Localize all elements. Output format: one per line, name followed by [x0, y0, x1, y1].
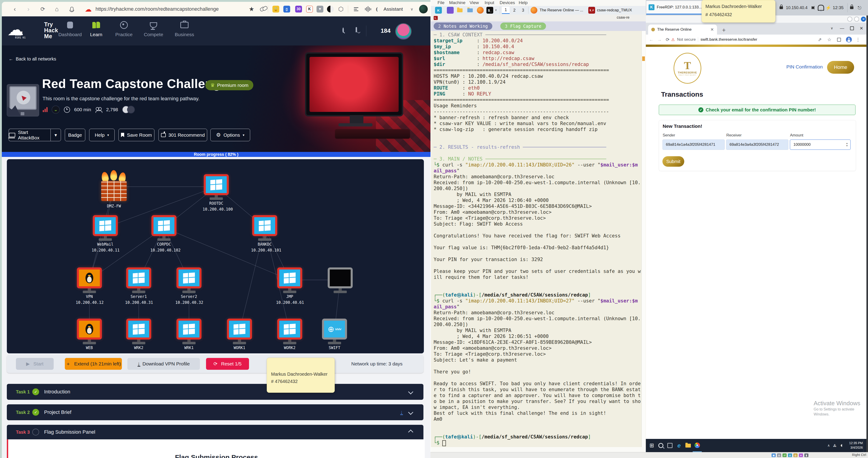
vm-menu-machine[interactable]: Machine	[449, 0, 465, 5]
extend-button[interactable]: ＋ Extend (1h 21min left)	[65, 358, 122, 370]
search-icon[interactable]	[342, 28, 344, 32]
ext-shield-icon[interactable]: ▼	[316, 2, 324, 17]
badge-button[interactable]: Badge	[65, 129, 85, 141]
vm-menu-view[interactable]: View	[470, 0, 479, 5]
bookmark-star-icon[interactable]: ★	[247, 2, 256, 17]
workspace-3[interactable]: 3	[519, 7, 527, 14]
volume-icon[interactable]	[810, 0, 816, 16]
notification-bell-icon[interactable]	[818, 0, 824, 16]
assistant-icon[interactable]: ⦅	[373, 2, 380, 17]
task-1-row[interactable]: Task 1 ✓ Introduction	[7, 384, 424, 400]
windows-start-icon[interactable]: ⊞	[647, 439, 656, 452]
folder-icon-1[interactable]	[456, 7, 463, 13]
receiver-field[interactable]: 69a814e3a4a3f205f4281472	[726, 140, 788, 150]
firefox-task-label[interactable]: The Reserve Online — ...	[539, 6, 583, 14]
freerdp-taskbar-button[interactable]: KFreeRDP: 127.0.0.1:133...	[646, 1, 702, 14]
nav-business[interactable]: Business	[172, 21, 197, 37]
sticky-note-panel[interactable]: Markus Dachroeden-Walker # 476462432	[702, 0, 775, 23]
terminal-scrollbar[interactable]	[642, 31, 646, 447]
window-close-icon[interactable]: ✕	[861, 17, 866, 22]
terminal-body[interactable]: ─ 1. CSAW CONTEXT ──────────────────────…	[431, 31, 646, 447]
start-attackbox-button[interactable]: Start AttackBox	[9, 129, 51, 141]
terminal-launcher-icon[interactable]: $_	[487, 7, 493, 13]
vm-menu-file[interactable]: File	[437, 0, 444, 5]
help-button[interactable]: Help▾	[89, 129, 115, 141]
profile-avatar-icon[interactable]	[844, 35, 853, 44]
assistant-chevron-icon[interactable]: ∨	[408, 2, 415, 17]
submit-button[interactable]: Submit	[662, 156, 684, 167]
microphone-icon[interactable]	[67, 2, 76, 17]
chrome-close-icon[interactable]: ✕	[857, 25, 866, 32]
reload-icon[interactable]: ⟳	[38, 2, 47, 17]
chrome-tab[interactable]: The Reserve Online ✕	[648, 25, 717, 35]
chrome-forward-icon[interactable]: →	[656, 35, 663, 44]
app-icon-1[interactable]	[447, 7, 454, 13]
voice-wave-icon[interactable]	[363, 2, 373, 17]
ext-k-icon[interactable]: K	[305, 2, 314, 17]
chrome-menu-icon[interactable]: ⋮	[855, 35, 861, 44]
nav-practice[interactable]: Practice	[112, 21, 136, 37]
folder-icon-2[interactable]	[467, 7, 473, 13]
chrome-url-text[interactable]: swift.bank.thereserve.loc/transfer	[701, 37, 757, 42]
task-2-row[interactable]: Task 2 ✓ Project Brief ↓	[7, 404, 424, 420]
terminal-titlebar[interactable]: $_ csaw-re	[431, 14, 646, 22]
amount-stepper[interactable]: ▲▼	[846, 142, 848, 147]
back-icon[interactable]: ‹	[11, 2, 19, 17]
tmux-task-label[interactable]: csaw-redcap_TMUX	[597, 6, 632, 14]
nav-dashboard[interactable]: Dashboard	[56, 21, 84, 37]
back-to-networks-link[interactable]: ← Back to all networks	[9, 56, 56, 62]
power-icon[interactable]: ⚡	[826, 0, 832, 16]
browser-avatar[interactable]	[418, 2, 428, 17]
vm-menu-input[interactable]: Input	[485, 0, 494, 5]
task-3-chevron-icon[interactable]	[408, 430, 413, 435]
tmux-window-notes[interactable]: 2Notes and Working	[434, 23, 492, 30]
chrome-back-icon[interactable]: ←	[648, 35, 655, 44]
new-tab-icon[interactable]: ＋	[721, 26, 727, 34]
firefox-launcher-icon[interactable]	[477, 7, 484, 13]
recommend-button[interactable]: 301 Recommend	[158, 129, 207, 141]
ext-shield30-icon[interactable]: 30	[294, 2, 303, 17]
thm-logo-text[interactable]: TryHackMe	[44, 21, 58, 39]
task-3-row[interactable]: Task 3 Flag Submission Panel	[7, 425, 424, 439]
sticky-note[interactable]: Markus Dachroeden-Walker # 476462432	[267, 358, 335, 393]
tray-expand-icon[interactable]: ∧	[826, 439, 832, 452]
reset-button[interactable]: ⟳ Reset 1/5	[206, 358, 249, 370]
lock-screen-icon[interactable]	[850, 0, 857, 16]
save-room-button[interactable]: Save Room	[119, 129, 154, 141]
url-text[interactable]: https://tryhackme.com/room/redteamcapsto…	[95, 2, 219, 17]
network-start-button[interactable]: ▶ Start	[16, 358, 54, 370]
workspace-1[interactable]: 1	[502, 7, 509, 14]
home-button[interactable]: Home	[827, 61, 854, 74]
tmux-task-icon[interactable]: $_#	[588, 7, 595, 13]
ext-darkmode-icon[interactable]	[326, 2, 335, 17]
bell-icon[interactable]	[356, 28, 357, 32]
tray-network-icon[interactable]: 🖧	[832, 439, 838, 452]
ext-password-icon[interactable]: 🔒	[272, 2, 280, 17]
edge-icon[interactable]: e	[675, 439, 684, 452]
window-maximize-icon[interactable]	[854, 17, 859, 22]
window-minimize-icon[interactable]	[847, 17, 852, 22]
url-chip[interactable]: ⚠ Not secure swift.bank.thereserve.loc/t…	[671, 36, 757, 43]
tmux-window-flag[interactable]: 3Flag Capture	[500, 23, 546, 30]
amount-field[interactable]: 10000000▲▼	[790, 140, 851, 150]
chrome-reload-icon[interactable]: ⟳	[664, 35, 671, 44]
task-2-chevron-icon[interactable]	[408, 410, 413, 415]
copy-link-icon[interactable]	[257, 2, 268, 17]
notification-center-icon[interactable]	[863, 439, 867, 452]
sender-field[interactable]: 69a814e1a4a3f205f4281471	[662, 140, 725, 150]
user-avatar[interactable]	[395, 23, 412, 39]
task-view-icon[interactable]	[665, 439, 675, 452]
home-icon[interactable]: ⌂	[52, 2, 61, 17]
menu-lines-icon[interactable]	[351, 2, 361, 17]
task-1-chevron-icon[interactable]	[408, 389, 413, 395]
firefox-task-icon[interactable]	[530, 7, 537, 13]
ext-puzzle-icon[interactable]: ⬡	[337, 2, 345, 17]
chrome-taskbar-icon[interactable]	[693, 439, 702, 452]
chrome-minimize-icon[interactable]: —	[838, 25, 846, 32]
task-2-download-icon[interactable]: ↓	[400, 410, 403, 415]
pin-confirmation-link[interactable]: PIN Confirmation	[786, 64, 823, 69]
chrome-window-menu-icon[interactable]: ∨	[828, 25, 836, 32]
assistant-label[interactable]: Assistant	[381, 2, 406, 17]
side-panel-icon[interactable]	[835, 35, 843, 44]
vm-menu-help[interactable]: Help	[519, 0, 528, 5]
